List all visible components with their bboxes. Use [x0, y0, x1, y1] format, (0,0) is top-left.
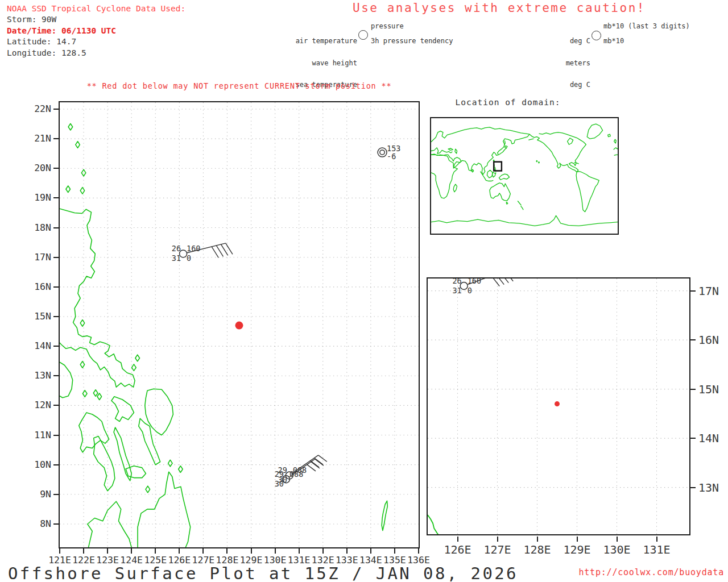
coastline: [135, 355, 140, 361]
y-tick-label-13N: 13N: [27, 370, 51, 381]
coastline: [138, 472, 191, 547]
x-tick-label-123E: 123E: [95, 555, 120, 566]
y-tick-label-22N: 22N: [27, 103, 51, 114]
x-tick-label-126E: 126E: [167, 555, 192, 566]
y-tick: [53, 494, 59, 495]
y-tick-label-11N: 11N: [27, 430, 51, 440]
station-plot: 26311600: [452, 278, 513, 295]
coastline: [60, 362, 73, 398]
zoom-x-tick-label-130E: 130E: [600, 543, 634, 556]
zoom-y-tick: [690, 339, 696, 340]
coastline: [382, 501, 387, 530]
zoom-map-canvas: 26311600: [428, 278, 689, 534]
coastline: [132, 364, 136, 371]
offshore-surface-plot-page: NOAA SSD Tropical Cyclone Data Used: Sto…: [0, 0, 728, 582]
coastline: [66, 186, 71, 193]
main-map-canvas: 26311600153-629300882930088: [60, 102, 419, 547]
x-tick-label-134E: 134E: [358, 555, 383, 566]
station-plot: 153-6: [378, 144, 400, 161]
x-tick: [179, 548, 180, 554]
x-tick: [394, 548, 395, 554]
coastline: [139, 418, 160, 464]
x-tick-label-136E: 136E: [406, 555, 431, 566]
coastline: [126, 466, 146, 478]
x-tick: [370, 548, 371, 554]
y-tick: [53, 346, 59, 347]
legend-right-labels: deg C meters deg C: [505, 23, 590, 103]
zoom-y-tick-label-13N: 13N: [698, 481, 728, 494]
zoom-y-tick: [690, 438, 696, 439]
coastline: [60, 209, 135, 387]
world-coastline: [499, 174, 509, 180]
y-tick-label-15N: 15N: [27, 311, 51, 322]
x-tick-label-132E: 132E: [311, 555, 336, 566]
y-tick: [53, 227, 59, 228]
x-tick-label-122E: 122E: [71, 555, 96, 566]
world-coastline: [587, 124, 602, 139]
coastline: [93, 390, 98, 396]
world-coastline: [521, 206, 524, 210]
world-coastline: [499, 148, 507, 155]
station-circle-icon: [358, 30, 368, 40]
zoom-x-tick-label-129E: 129E: [560, 543, 594, 556]
world-coastline: [539, 162, 540, 163]
legend-unit-degc-sea: deg C: [505, 81, 590, 89]
y-tick: [53, 168, 59, 169]
y-tick-label-18N: 18N: [27, 222, 51, 233]
x-tick: [299, 548, 300, 554]
world-coastline: [431, 215, 618, 226]
x-tick: [107, 548, 108, 554]
x-tick: [83, 548, 84, 554]
x-tick: [131, 548, 132, 554]
x-tick: [251, 548, 252, 554]
main-surface-map: 26311600153-629300882930088: [59, 101, 420, 548]
y-tick: [53, 257, 59, 258]
world-coastline: [455, 149, 457, 153]
coastline: [97, 393, 102, 400]
world-locator-map: [430, 117, 619, 235]
coastline: [146, 486, 150, 493]
y-tick-label-10N: 10N: [27, 459, 51, 470]
y-tick: [53, 464, 59, 465]
y-tick: [53, 286, 59, 288]
air-temperature-value: 26: [172, 244, 181, 253]
coastline: [80, 188, 85, 194]
zoom-x-tick: [497, 537, 498, 542]
y-tick-label-16N: 16N: [27, 281, 51, 292]
zoom-x-tick-label-131E: 131E: [640, 543, 674, 556]
world-coastline: [431, 134, 530, 174]
sea-temperature-value: 31: [452, 286, 461, 295]
y-tick: [53, 316, 59, 317]
x-tick-label-127E: 127E: [191, 555, 216, 566]
storm-position-dot: [555, 401, 560, 406]
zoom-x-tick-label-128E: 128E: [520, 543, 555, 556]
world-coastline: [431, 127, 530, 142]
zoom-x-tick: [457, 537, 458, 542]
x-tick-label-131E: 131E: [287, 555, 312, 566]
legend-unit-mb-pressure: mb*10 (last 3 digits): [603, 23, 690, 30]
coastline: [111, 397, 134, 422]
domain-location-label: Location of domain:: [431, 98, 585, 107]
zoom-x-tick: [656, 537, 657, 542]
lat-lon-grid: [428, 278, 689, 534]
zoom-x-tick-label-126E: 126E: [441, 543, 475, 556]
station-circle-icon: [592, 31, 601, 40]
coastline: [428, 515, 439, 534]
x-tick-label-121E: 121E: [47, 555, 72, 566]
zoom-surface-map: 26311600: [427, 277, 690, 535]
station-plot: 2930088: [278, 455, 327, 485]
world-coastline: [528, 139, 533, 140]
zoom-x-tick: [617, 537, 618, 542]
world-coastline: [568, 138, 573, 144]
world-coastline: [506, 202, 508, 204]
world-coastline: [539, 132, 586, 172]
zoom-x-tick: [537, 537, 538, 542]
source-url-link[interactable]: http://coolwx.com/buoydata: [569, 567, 724, 577]
coastline: [145, 389, 173, 435]
world-coastline: [530, 134, 577, 172]
coastline: [76, 142, 80, 148]
legend-unit-meters: meters: [505, 60, 590, 67]
world-coastline: [608, 134, 611, 137]
legend-pressure-tendency: 3h pressure tendency: [371, 38, 453, 45]
world-coastline: [574, 163, 578, 164]
